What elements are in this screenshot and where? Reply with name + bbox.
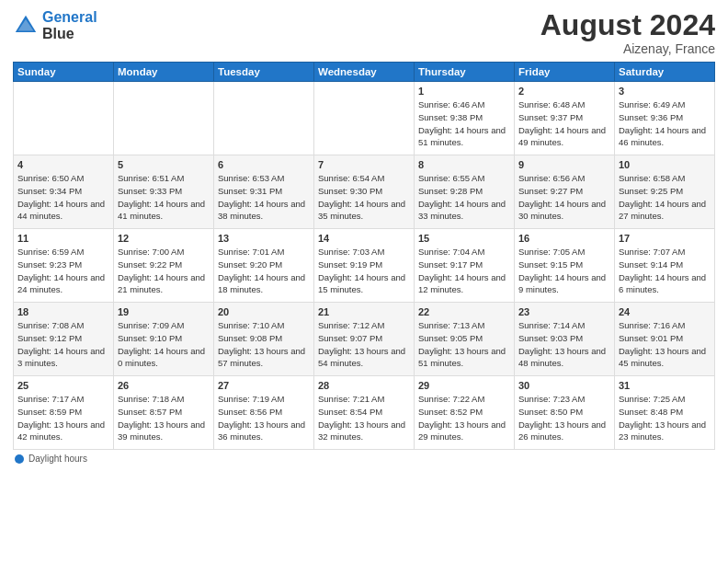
table-row: 9 Sunrise: 6:56 AM Sunset: 9:27 PM Dayli…	[515, 155, 615, 229]
daylight-text: Daylight: 14 hours and 35 minutes.	[318, 199, 405, 222]
sunrise-text: Sunrise: 6:56 AM	[518, 173, 585, 183]
day-number: 25	[17, 380, 109, 391]
daylight-text: Daylight: 14 hours and 44 minutes.	[17, 199, 105, 222]
sunset-text: Sunset: 8:57 PM	[118, 407, 182, 417]
sunrise-text: Sunrise: 6:55 AM	[418, 173, 484, 183]
daylight-text: Daylight: 13 hours and 45 minutes.	[619, 346, 706, 369]
daylight-text: Daylight: 14 hours and 18 minutes.	[218, 272, 305, 295]
sunset-text: Sunset: 9:07 PM	[318, 333, 382, 343]
sunset-text: Sunset: 9:12 PM	[17, 333, 82, 343]
sunrise-text: Sunrise: 6:46 AM	[418, 99, 484, 109]
sunset-text: Sunset: 9:22 PM	[118, 259, 182, 270]
sunrise-text: Sunrise: 7:14 AM	[518, 320, 585, 330]
day-number: 17	[619, 233, 711, 244]
table-row	[314, 82, 415, 155]
footer-dot-icon	[15, 454, 24, 464]
table-row: 19 Sunrise: 7:09 AM Sunset: 9:10 PM Dayl…	[114, 303, 214, 376]
day-number: 1	[418, 86, 510, 97]
day-number: 7	[318, 159, 410, 170]
table-row: 10 Sunrise: 6:58 AM Sunset: 9:25 PM Dayl…	[615, 155, 715, 229]
day-info: Sunrise: 7:14 AM Sunset: 9:03 PM Dayligh…	[518, 319, 610, 370]
table-row: 5 Sunrise: 6:51 AM Sunset: 9:33 PM Dayli…	[114, 155, 214, 229]
day-info: Sunrise: 7:25 AM Sunset: 8:48 PM Dayligh…	[619, 393, 711, 443]
sunrise-text: Sunrise: 7:25 AM	[619, 394, 685, 404]
daylight-text: Daylight: 14 hours and 33 minutes.	[418, 199, 506, 222]
daylight-text: Daylight: 14 hours and 51 minutes.	[418, 125, 506, 148]
daylight-text: Daylight: 14 hours and 24 minutes.	[17, 272, 105, 295]
daylight-text: Daylight: 14 hours and 46 minutes.	[619, 125, 706, 148]
sunset-text: Sunset: 9:27 PM	[518, 186, 583, 196]
sunset-text: Sunset: 8:48 PM	[619, 407, 683, 417]
sunset-text: Sunset: 9:20 PM	[218, 259, 282, 270]
sunset-text: Sunset: 9:05 PM	[418, 333, 483, 343]
sunrise-text: Sunrise: 7:23 AM	[518, 394, 585, 404]
sunrise-text: Sunrise: 7:13 AM	[418, 320, 484, 330]
day-info: Sunrise: 6:49 AM Sunset: 9:36 PM Dayligh…	[619, 98, 711, 149]
day-number: 28	[318, 380, 410, 391]
sunset-text: Sunset: 9:33 PM	[118, 186, 182, 196]
day-number: 12	[118, 233, 210, 244]
day-info: Sunrise: 7:00 AM Sunset: 9:22 PM Dayligh…	[118, 246, 210, 296]
table-row: 30 Sunrise: 7:23 AM Sunset: 8:50 PM Dayl…	[515, 376, 615, 450]
sunset-text: Sunset: 9:15 PM	[518, 259, 583, 270]
logo: General Blue	[13, 9, 97, 41]
daylight-text: Daylight: 13 hours and 42 minutes.	[17, 419, 105, 442]
daylight-text: Daylight: 14 hours and 6 minutes.	[619, 272, 706, 295]
sunset-text: Sunset: 9:37 PM	[518, 112, 583, 122]
sunrise-text: Sunrise: 7:09 AM	[118, 320, 184, 330]
logo-icon	[13, 13, 39, 39]
daylight-text: Daylight: 13 hours and 57 minutes.	[218, 346, 305, 369]
sunset-text: Sunset: 8:50 PM	[518, 407, 583, 417]
day-info: Sunrise: 6:55 AM Sunset: 9:28 PM Dayligh…	[418, 172, 510, 223]
daylight-text: Daylight: 13 hours and 32 minutes.	[318, 419, 405, 442]
day-info: Sunrise: 6:51 AM Sunset: 9:33 PM Dayligh…	[118, 172, 210, 223]
day-info: Sunrise: 7:18 AM Sunset: 8:57 PM Dayligh…	[118, 393, 210, 443]
day-info: Sunrise: 6:56 AM Sunset: 9:27 PM Dayligh…	[518, 172, 610, 223]
col-sunday: Sunday	[14, 63, 114, 82]
day-info: Sunrise: 7:17 AM Sunset: 8:59 PM Dayligh…	[17, 393, 109, 443]
daylight-text: Daylight: 13 hours and 26 minutes.	[518, 419, 606, 442]
sunrise-text: Sunrise: 7:12 AM	[318, 320, 384, 330]
day-info: Sunrise: 6:54 AM Sunset: 9:30 PM Dayligh…	[318, 172, 410, 223]
day-number: 31	[619, 380, 711, 391]
day-number: 15	[418, 233, 510, 244]
table-row: 6 Sunrise: 6:53 AM Sunset: 9:31 PM Dayli…	[214, 155, 314, 229]
page-container: General Blue August 2024 Aizenay, France…	[0, 0, 728, 469]
sunset-text: Sunset: 9:28 PM	[418, 186, 483, 196]
day-info: Sunrise: 6:58 AM Sunset: 9:25 PM Dayligh…	[619, 172, 711, 223]
calendar-header-row: Sunday Monday Tuesday Wednesday Thursday…	[14, 63, 715, 82]
sunset-text: Sunset: 8:59 PM	[17, 407, 82, 417]
table-row: 31 Sunrise: 7:25 AM Sunset: 8:48 PM Dayl…	[615, 376, 715, 450]
table-row: 23 Sunrise: 7:14 AM Sunset: 9:03 PM Dayl…	[515, 303, 615, 376]
day-info: Sunrise: 7:16 AM Sunset: 9:01 PM Dayligh…	[619, 319, 711, 370]
sunrise-text: Sunrise: 7:18 AM	[118, 394, 184, 404]
table-row: 24 Sunrise: 7:16 AM Sunset: 9:01 PM Dayl…	[615, 303, 715, 376]
day-number: 9	[518, 159, 610, 170]
calendar-table: Sunday Monday Tuesday Wednesday Thursday…	[13, 62, 715, 450]
table-row: 17 Sunrise: 7:07 AM Sunset: 9:14 PM Dayl…	[615, 229, 715, 303]
day-info: Sunrise: 7:04 AM Sunset: 9:17 PM Dayligh…	[418, 246, 510, 296]
day-number: 8	[418, 159, 510, 170]
day-number: 5	[118, 159, 210, 170]
sunset-text: Sunset: 9:34 PM	[17, 186, 82, 196]
daylight-text: Daylight: 13 hours and 48 minutes.	[518, 346, 606, 369]
sunrise-text: Sunrise: 7:10 AM	[218, 320, 284, 330]
daylight-text: Daylight: 14 hours and 41 minutes.	[118, 199, 205, 222]
table-row: 11 Sunrise: 6:59 AM Sunset: 9:23 PM Dayl…	[14, 229, 114, 303]
sunrise-text: Sunrise: 7:03 AM	[318, 247, 384, 257]
sunrise-text: Sunrise: 7:16 AM	[619, 320, 685, 330]
sunset-text: Sunset: 9:17 PM	[418, 259, 483, 270]
table-row: 12 Sunrise: 7:00 AM Sunset: 9:22 PM Dayl…	[114, 229, 214, 303]
table-row	[214, 82, 314, 155]
daylight-text: Daylight: 14 hours and 3 minutes.	[17, 346, 105, 369]
sunrise-text: Sunrise: 6:59 AM	[17, 247, 84, 257]
sunset-text: Sunset: 9:31 PM	[218, 186, 282, 196]
day-number: 10	[619, 159, 711, 170]
sunrise-text: Sunrise: 6:58 AM	[619, 173, 685, 183]
day-info: Sunrise: 7:12 AM Sunset: 9:07 PM Dayligh…	[318, 319, 410, 370]
day-info: Sunrise: 7:05 AM Sunset: 9:15 PM Dayligh…	[518, 246, 610, 296]
daylight-text: Daylight: 13 hours and 23 minutes.	[619, 419, 706, 442]
calendar-week-row: 18 Sunrise: 7:08 AM Sunset: 9:12 PM Dayl…	[14, 303, 715, 376]
sunset-text: Sunset: 9:30 PM	[318, 186, 382, 196]
table-row: 8 Sunrise: 6:55 AM Sunset: 9:28 PM Dayli…	[415, 155, 515, 229]
